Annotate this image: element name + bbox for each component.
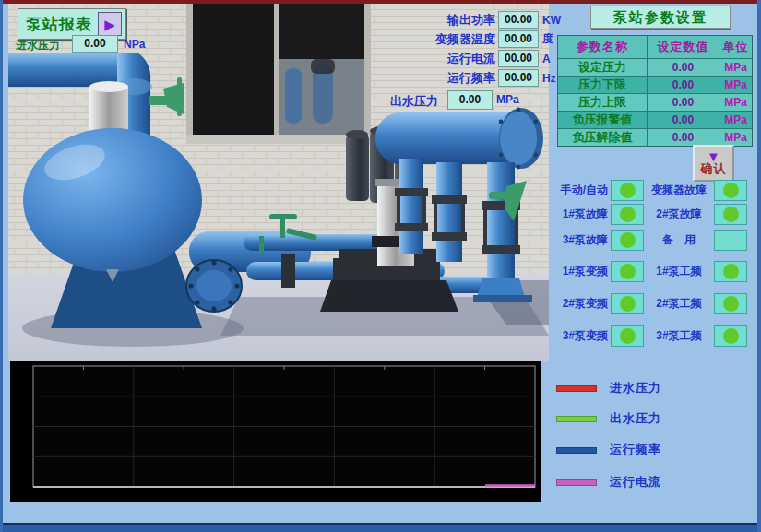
status-lamp-icon (723, 264, 739, 279)
indicator-label: 3#泵工频 (647, 328, 711, 344)
indicator-row: 3#泵故障 备 用 (549, 229, 757, 251)
legend-item: 进水压力 (556, 381, 757, 396)
inlet-pressure-label: 进水压力 (16, 38, 60, 53)
indicator-label: 2#泵故障 (647, 207, 711, 222)
confirm-button[interactable]: ▼ 确认 (693, 145, 734, 182)
status-lamp-box (611, 261, 644, 282)
status-lamp-icon (620, 264, 636, 279)
param-value[interactable]: 0.00 (647, 129, 719, 146)
legend-item: 运行频率 (556, 443, 757, 457)
window-frame-bottom (3, 523, 761, 532)
readout-unit: KW (542, 14, 561, 27)
status-lamp-box (714, 230, 747, 251)
status-lamp-icon (620, 328, 636, 344)
param-value[interactable]: 0.00 (647, 94, 719, 111)
readout-unit: 度 (542, 31, 553, 47)
legend-swatch (556, 479, 597, 486)
status-lamp-box (611, 204, 644, 225)
table-row: 负压解除值 0.00 MPa (558, 128, 752, 146)
status-lamp-icon (723, 183, 739, 198)
status-lamp-icon (723, 296, 739, 312)
legend-item: 出水压力 (556, 411, 757, 426)
legend-swatch (556, 447, 597, 454)
status-lamp-box (611, 230, 644, 251)
param-name: 压力下限 (558, 77, 647, 93)
readout-value: 00.00 (498, 50, 539, 67)
status-lamp-icon (620, 232, 636, 248)
indicator-row: 手动/自动 变频器故障 (549, 179, 757, 201)
indicator-row: 2#泵变频 2#泵工频 (549, 292, 757, 314)
readout-label: 变频器温度 (385, 31, 495, 48)
inlet-pressure-value: 0.00 (72, 35, 118, 53)
param-value[interactable]: 0.00 (647, 77, 719, 93)
indicator-label: 变频器故障 (647, 183, 711, 198)
status-lamp-box (714, 293, 747, 314)
readout-value: 00.00 (498, 11, 539, 29)
readout-label: 运行频率 (385, 70, 495, 87)
legend-label: 运行电流 (610, 474, 661, 491)
param-name: 设定压力 (558, 59, 647, 76)
window (186, 4, 371, 144)
confirm-button-label: 确认 (701, 162, 727, 175)
table-row: 压力下限 0.00 MPa (558, 76, 752, 93)
inlet-pressure-unit: NPa (124, 38, 145, 51)
outlet-pressure-label: 出水压力 (390, 93, 438, 110)
status-lamp-box (714, 180, 747, 201)
readout-value: 00.00 (498, 30, 539, 48)
indicator-label: 备 用 (647, 232, 711, 248)
settings-table: 参数名称 设定数值 单位 设定压力 0.00 MPa 压力下限 0.00 MPa… (557, 35, 753, 147)
status-lamp-box (611, 180, 644, 201)
param-name: 负压报警值 (558, 112, 647, 128)
indicator-label: 2#泵工频 (647, 296, 711, 312)
play-icon[interactable]: ▶ (98, 12, 122, 36)
readout-unit: Hz (542, 72, 556, 85)
legend-swatch (556, 385, 597, 392)
legend-label: 运行频率 (610, 442, 661, 458)
status-lamp-box (714, 204, 747, 225)
param-unit: MPa (719, 112, 752, 128)
legend-item: 运行电流 (556, 475, 757, 490)
status-lamp-icon (723, 328, 739, 344)
table-row: 压力上限 0.00 MPa (558, 93, 752, 111)
readout-value: 00.00 (498, 69, 539, 87)
settings-table-header: 参数名称 设定数值 单位 (558, 36, 752, 58)
param-unit: MPa (719, 94, 752, 111)
param-unit: MPa (719, 77, 752, 93)
param-value[interactable]: 0.00 (647, 112, 719, 128)
settings-panel-title: 泵站参数设置 (590, 6, 731, 29)
column-header: 设定数值 (647, 36, 719, 58)
param-value[interactable]: 0.00 (647, 59, 719, 76)
legend-label: 出水压力 (610, 410, 661, 427)
indicator-label: 3#泵故障 (549, 232, 608, 248)
status-lamp-box (714, 261, 747, 282)
indicator-row: 1#泵变频 1#泵工频 (549, 260, 757, 282)
param-unit: MPa (719, 129, 752, 146)
indicator-label: 手动/自动 (549, 183, 608, 198)
readout-label: 运行电流 (385, 51, 495, 67)
status-lamp-box (611, 293, 644, 314)
status-lamp-box (611, 325, 644, 347)
column-header: 参数名称 (558, 36, 647, 58)
column-header: 单位 (719, 36, 752, 58)
status-lamp-icon (723, 207, 739, 222)
status-lamp-box (714, 325, 747, 347)
status-lamp-icon (620, 207, 636, 222)
indicator-label: 1#泵工频 (647, 264, 711, 279)
indicator-label: 1#泵故障 (549, 207, 608, 222)
param-unit: MPa (719, 59, 752, 76)
hmi-pump-station-screen: 泵站报表 ▶ 进水压力 0.00 NPa 输出功率 00.00 KW 变频器温度… (0, 0, 761, 532)
indicator-row: 1#泵故障 2#泵故障 (549, 203, 757, 225)
indicator-label: 3#泵变频 (549, 328, 608, 344)
readout-group: 输出功率 00.00 KW 变频器温度 00.00 度 运行电流 00.00 A… (385, 10, 561, 88)
table-row: 负压报警值 0.00 MPa (558, 111, 752, 128)
table-row: 设定压力 0.00 MPa (558, 58, 752, 76)
readout-label: 输出功率 (385, 12, 495, 29)
status-lamp-icon (620, 183, 636, 198)
indicator-label: 1#泵变频 (549, 264, 608, 279)
legend-label: 进水压力 (610, 380, 661, 396)
readout-unit: A (542, 53, 551, 65)
status-lamp-icon (620, 296, 636, 312)
legend-swatch (556, 416, 597, 422)
report-button-label: 泵站报表 (26, 14, 98, 35)
outlet-pressure-unit: MPa (496, 93, 519, 106)
